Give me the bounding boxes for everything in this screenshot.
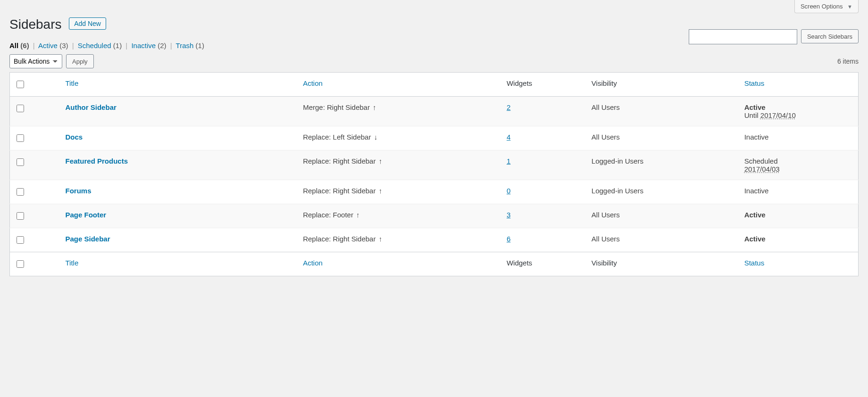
table-row: DocsReplace: Left Sidebar ↓4All UsersIna… (10, 126, 859, 150)
add-new-button[interactable]: Add New (69, 17, 106, 30)
row-action: Replace: Right Sidebar ↑ (303, 187, 382, 195)
apply-button[interactable]: Apply (66, 54, 94, 68)
row-action: Merge: Right Sidebar ↑ (303, 103, 376, 111)
search-input[interactable] (689, 29, 797, 44)
screen-options-toggle[interactable]: Screen Options ▼ (794, 0, 859, 13)
column-status[interactable]: Status (740, 73, 859, 97)
row-widgets-count[interactable]: 0 (507, 187, 510, 195)
row-status-date: 2017/04/10 (760, 111, 796, 119)
column-widgets-footer: Widgets (502, 252, 587, 276)
column-title[interactable]: Title (60, 73, 298, 97)
row-action: Replace: Right Sidebar ↑ (303, 235, 382, 243)
row-widgets-count[interactable]: 6 (507, 235, 510, 243)
arrow-up-icon: ↑ (379, 157, 383, 165)
row-widgets-count[interactable]: 3 (507, 211, 510, 219)
table-row: Featured ProductsReplace: Right Sidebar … (10, 150, 859, 180)
row-title-link[interactable]: Page Sidebar (65, 235, 110, 243)
row-checkbox[interactable] (17, 212, 24, 220)
column-status-footer[interactable]: Status (740, 252, 859, 276)
search-button[interactable]: Search Sidebars (801, 29, 859, 43)
bulk-actions-select[interactable]: Bulk Actions (9, 54, 62, 68)
row-status: ActiveUntil 2017/04/10 (740, 97, 859, 126)
filter-scheduled[interactable]: Scheduled (1) (78, 41, 122, 50)
page-title: Sidebars (9, 16, 62, 33)
row-visibility: All Users (587, 204, 740, 228)
filter-active[interactable]: Active (3) (38, 41, 68, 50)
row-visibility: All Users (587, 97, 740, 126)
row-visibility: All Users (587, 228, 740, 252)
row-status-date: 2017/04/03 (744, 165, 780, 173)
column-widgets: Widgets (502, 73, 587, 97)
table-row: ForumsReplace: Right Sidebar ↑0Logged-in… (10, 180, 859, 204)
column-title-footer[interactable]: Title (60, 252, 298, 276)
table-row: Page SidebarReplace: Right Sidebar ↑6All… (10, 228, 859, 252)
filter-inactive[interactable]: Inactive (2) (131, 41, 166, 50)
row-checkbox[interactable] (17, 158, 24, 166)
row-status: Inactive (740, 126, 859, 150)
row-title-link[interactable]: Docs (65, 133, 83, 141)
row-action: Replace: Left Sidebar ↓ (303, 133, 377, 141)
column-visibility-footer: Visibility (587, 252, 740, 276)
items-count: 6 items (837, 58, 859, 65)
row-widgets-count[interactable]: 2 (507, 103, 510, 111)
row-visibility: Logged-in Users (587, 180, 740, 204)
row-status: Scheduled2017/04/03 (740, 150, 859, 180)
row-title-link[interactable]: Forums (65, 187, 91, 195)
row-widgets-count[interactable]: 1 (507, 157, 510, 165)
chevron-down-icon: ▼ (847, 4, 852, 9)
select-all-checkbox[interactable] (17, 81, 24, 88)
select-all-checkbox-footer[interactable] (17, 260, 24, 268)
row-visibility: All Users (587, 126, 740, 150)
arrow-up-icon: ↑ (373, 103, 376, 111)
row-action: Replace: Footer ↑ (303, 211, 359, 219)
arrow-up-icon: ↑ (356, 211, 360, 219)
arrow-up-icon: ↑ (379, 235, 383, 243)
screen-options-label: Screen Options (801, 3, 843, 10)
column-visibility: Visibility (587, 73, 740, 97)
row-title-link[interactable]: Page Footer (65, 211, 106, 219)
table-row: Author SidebarMerge: Right Sidebar ↑2All… (10, 97, 859, 126)
row-checkbox[interactable] (17, 188, 24, 196)
row-action: Replace: Right Sidebar ↑ (303, 157, 382, 165)
table-row: Page FooterReplace: Footer ↑3All UsersAc… (10, 204, 859, 228)
filter-all[interactable]: All (6) (9, 41, 29, 50)
row-checkbox[interactable] (17, 236, 24, 244)
row-title-link[interactable]: Featured Products (65, 157, 128, 165)
arrow-up-icon: ↑ (379, 187, 383, 195)
row-title-link[interactable]: Author Sidebar (65, 103, 116, 111)
row-status: Active (740, 228, 859, 252)
sidebars-table: Title Action Widgets Visibility Status A… (9, 72, 859, 276)
column-action[interactable]: Action (298, 73, 502, 97)
row-checkbox[interactable] (17, 134, 24, 142)
row-status: Inactive (740, 180, 859, 204)
filter-trash[interactable]: Trash (1) (176, 41, 204, 50)
row-widgets-count[interactable]: 4 (507, 133, 510, 141)
row-status: Active (740, 204, 859, 228)
arrow-down-icon: ↓ (374, 133, 378, 141)
column-action-footer[interactable]: Action (298, 252, 502, 276)
row-checkbox[interactable] (17, 105, 24, 112)
row-visibility: Logged-in Users (587, 150, 740, 180)
